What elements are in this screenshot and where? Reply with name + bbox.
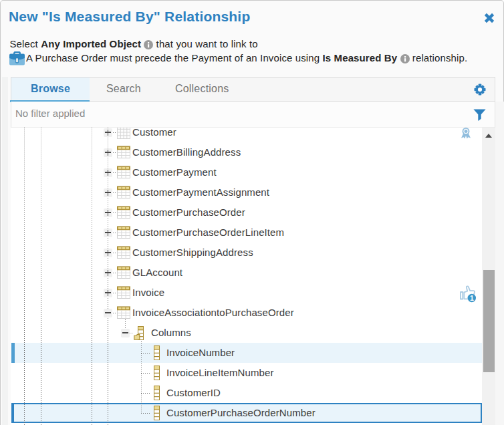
svg-text:1: 1 [470,294,474,302]
